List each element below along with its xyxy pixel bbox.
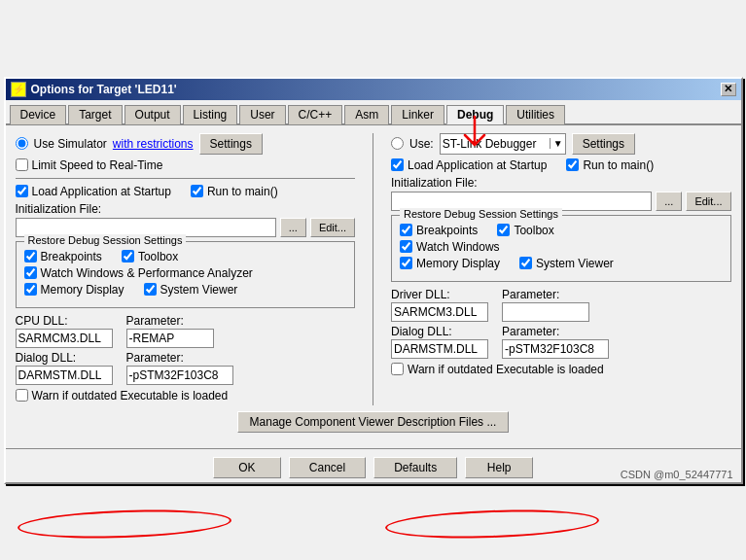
left-warn-check[interactable] <box>16 389 28 402</box>
right-sysviewer-label: System Viewer <box>536 257 614 270</box>
right-breakpoints-check[interactable] <box>400 224 412 236</box>
right-run-main-label: Run to main() <box>583 158 654 172</box>
left-load-app-label: Load Application at Startup <box>32 185 171 198</box>
right-init-file-label: Initialization File: <box>391 176 731 190</box>
right-load-app-label: Load Application at Startup <box>408 158 547 172</box>
left-sysviewer-check[interactable] <box>144 283 157 296</box>
left-cpu-param-label: Parameter: <box>126 314 214 328</box>
right-run-main-check[interactable] <box>566 158 579 171</box>
right-memory-check[interactable] <box>400 257 412 269</box>
right-breakpoints-label: Breakpoints <box>416 224 478 237</box>
tab-listing[interactable]: Listing <box>183 105 238 124</box>
ok-button[interactable]: OK <box>213 457 281 478</box>
left-init-edit-button[interactable]: Edit... <box>310 218 355 237</box>
left-init-file-label: Initialization File: <box>16 202 356 216</box>
tab-asm[interactable]: Asm <box>344 105 389 124</box>
left-panel: Use Simulator with restrictions Settings… <box>16 133 356 405</box>
left-warn-label: Warn if outdated Executable is loaded <box>32 389 229 402</box>
debugger-combo[interactable]: ST-Link Debugger ▼ <box>440 133 566 155</box>
left-run-main-label: Run to main() <box>207 185 278 198</box>
window-title: Options for Target 'LED11' <box>31 83 177 96</box>
left-sysviewer-label: System Viewer <box>160 283 238 297</box>
tab-utilities[interactable]: Utilities <box>506 105 565 124</box>
watermark: CSDN @m0_52447771 <box>621 469 733 480</box>
left-load-app-check[interactable] <box>16 185 28 197</box>
left-toolbox-label: Toolbox <box>138 250 178 263</box>
left-breakpoints-label: Breakpoints <box>41 250 102 263</box>
title-bar: ⚡ Options for Target 'LED11' ✕ <box>6 79 741 100</box>
tab-device[interactable]: Device <box>10 105 67 124</box>
left-toolbox-check[interactable] <box>122 250 134 262</box>
tab-user[interactable]: User <box>239 105 285 124</box>
right-toolbox-check[interactable] <box>497 224 510 236</box>
right-warn-label: Warn if outdated Executable is loaded <box>408 363 604 376</box>
left-dialog-param-label: Parameter: <box>126 351 233 365</box>
use-label: Use: <box>409 137 434 151</box>
tab-cpp[interactable]: C/C++ <box>288 105 343 124</box>
right-watch-label: Watch Windows <box>416 240 500 254</box>
debugger-dropdown-arrow: ▼ <box>550 138 563 149</box>
main-content: Use Simulator with restrictions Settings… <box>6 125 741 448</box>
left-memory-check[interactable] <box>24 283 37 296</box>
left-run-main-check[interactable] <box>191 185 203 197</box>
left-cpu-param-input[interactable] <box>126 329 214 348</box>
help-button[interactable]: Help <box>465 457 533 478</box>
window-icon: ⚡ <box>11 82 26 97</box>
simulator-link[interactable]: with restrictions <box>113 137 194 151</box>
right-driver-param-label: Parameter: <box>502 288 589 301</box>
right-init-edit-button[interactable]: Edit... <box>686 192 730 211</box>
simulator-radio[interactable] <box>16 137 28 150</box>
tab-linker[interactable]: Linker <box>391 105 444 124</box>
right-toolbox-label: Toolbox <box>514 224 553 237</box>
left-init-ellipsis-button[interactable]: ... <box>280 218 306 237</box>
left-restore-legend: Restore Debug Session Settings <box>24 234 187 246</box>
right-watch-check[interactable] <box>400 240 412 253</box>
right-restore-legend: Restore Debug Session Settings <box>400 208 562 220</box>
left-annotation-circle <box>17 507 231 542</box>
use-settings-button[interactable]: Settings <box>572 133 635 155</box>
left-cpu-dll-label: CPU DLL: <box>16 314 113 328</box>
left-dialog-param-input[interactable] <box>126 366 233 385</box>
tab-output[interactable]: Output <box>124 105 181 124</box>
left-dialog-dll-input[interactable] <box>16 366 113 385</box>
right-dialog-param-label: Parameter: <box>502 325 609 338</box>
tab-debug[interactable]: Debug <box>446 105 504 124</box>
right-annotation-circle <box>384 507 599 542</box>
right-memory-label: Memory Display <box>416 257 500 270</box>
left-cpu-dll-input[interactable] <box>16 329 113 348</box>
left-memory-label: Memory Display <box>41 283 124 297</box>
debugger-value: ST-Link Debugger <box>443 137 550 151</box>
right-driver-dll-label: Driver DLL: <box>391 288 488 301</box>
vertical-divider <box>373 133 373 405</box>
simulator-settings-button[interactable]: Settings <box>199 133 263 155</box>
tab-bar: Device Target Output Listing User C/C++ … <box>6 100 741 125</box>
cancel-button[interactable]: Cancel <box>289 457 366 478</box>
right-load-app-check[interactable] <box>391 158 404 171</box>
limit-speed-label: Limit Speed to Real-Time <box>32 158 163 172</box>
limit-speed-check[interactable] <box>16 158 28 171</box>
left-dialog-dll-label: Dialog DLL: <box>16 351 113 365</box>
right-driver-param-input[interactable] <box>502 302 589 322</box>
left-watch-check[interactable] <box>24 266 37 279</box>
right-dialog-dll-label: Dialog DLL: <box>391 325 488 338</box>
simulator-label: Use Simulator <box>34 137 107 151</box>
right-dialog-dll-input[interactable] <box>391 339 488 359</box>
right-panel: Use: ST-Link Debugger ▼ Settings Load Ap… <box>391 133 731 405</box>
left-breakpoints-check[interactable] <box>24 250 37 262</box>
right-init-ellipsis-button[interactable]: ... <box>656 192 682 211</box>
manage-component-button[interactable]: Manage Component Viewer Description File… <box>237 411 510 433</box>
tab-target[interactable]: Target <box>68 105 122 124</box>
use-radio[interactable] <box>391 137 404 150</box>
left-watch-label: Watch Windows & Performance Analyzer <box>41 266 253 280</box>
right-driver-dll-input[interactable] <box>391 302 488 322</box>
defaults-button[interactable]: Defaults <box>373 457 457 478</box>
right-dialog-param-input[interactable] <box>502 339 609 359</box>
right-warn-check[interactable] <box>391 363 404 375</box>
right-sysviewer-check[interactable] <box>519 257 532 269</box>
close-button[interactable]: ✕ <box>721 83 736 96</box>
